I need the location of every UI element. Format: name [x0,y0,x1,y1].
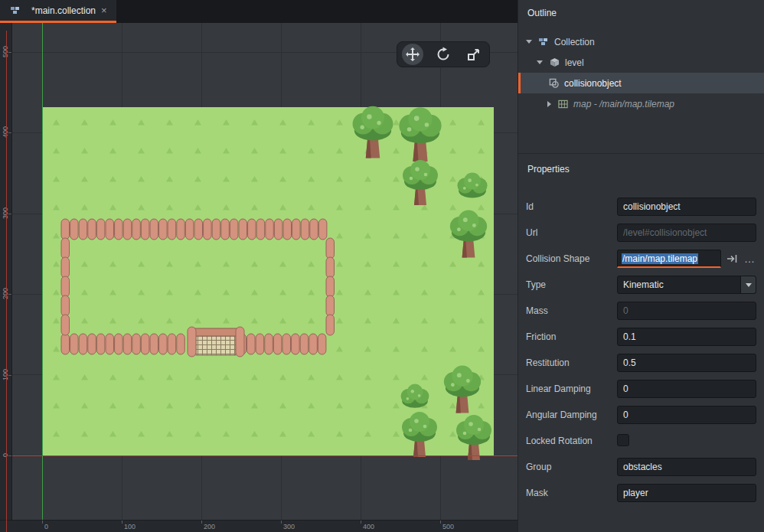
friction-input[interactable] [617,328,756,346]
property-row-friction: Friction [518,324,764,350]
collision-shape-input[interactable]: /main/map.tilemap [617,250,721,268]
properties-panel: Properties Id Url Collision Shape /main/… [518,153,764,532]
collection-icon [537,37,550,47]
property-row-collision-shape: Collision Shape /main/map.tilemap … [518,246,764,272]
outline-tree: Collection level collisionobject [518,31,764,114]
selected-text: /main/map.tilemap [622,253,698,264]
properties-form: Id Url Collision Shape /main/map.tilemap [518,194,764,506]
scene-canvas[interactable] [0,23,517,532]
property-label: Group [526,462,617,472]
property-label: Angular Damping [526,410,617,420]
open-resource-icon [726,254,737,263]
property-label: Type [526,279,617,290]
camera-bound-line [6,31,7,532]
angular-damping-input[interactable] [617,406,756,424]
tab-main-collection[interactable]: *main.collection × [0,0,116,23]
fence-gate[interactable] [188,327,244,357]
outline-item-level[interactable]: level [518,52,764,73]
properties-title: Properties [518,154,764,175]
group-input[interactable] [617,458,756,476]
property-row-restitution: Restitution [518,350,764,376]
property-row-type: Type Kinematic [518,272,764,298]
outline-item-collisionobject[interactable]: collisionobject [518,73,764,93]
rotate-tool-button[interactable] [433,44,454,65]
tilemap-icon [557,99,569,109]
property-row-mask: Mask [518,480,764,506]
caret-down-icon[interactable] [537,60,543,64]
chevron-down-icon[interactable] [740,276,756,293]
ruler-horizontal: 0100200300400500 [0,520,517,532]
outline-item-label: Collection [554,37,595,47]
linear-damping-input[interactable] [617,380,756,398]
collision-object-icon [547,78,560,89]
rotate-icon [436,47,451,62]
scale-icon [466,47,482,62]
caret-right-icon[interactable] [547,101,551,107]
property-label: Friction [526,331,617,342]
outline-item-map-tilemap[interactable]: map - /main/map.tilemap [518,93,764,114]
property-row-linear-damping: Linear Damping [518,376,764,402]
property-label: Linear Damping [526,383,617,394]
outline-item-label: level [565,57,584,68]
open-resource-button[interactable] [725,252,739,266]
property-label: Locked Rotation [526,436,617,446]
property-label: Mass [526,305,617,316]
property-row-id: Id [518,194,764,220]
id-input[interactable] [617,197,756,216]
outline-title: Outline [518,0,764,18]
browse-resource-button[interactable]: … [743,252,756,266]
property-label: Mask [526,488,617,498]
property-row-group: Group [518,454,764,480]
editor-left-area: *main.collection × [0,0,517,532]
viewport-toolbar [397,41,490,67]
property-row-angular-damping: Angular Damping [518,402,764,428]
type-select[interactable]: Kinematic [617,276,756,294]
scene-viewport[interactable]: 5004003002001000 0100200300400500 [0,23,517,532]
move-tool-button[interactable] [402,44,423,65]
restitution-input[interactable] [617,354,756,372]
tab-label: *main.collection [31,5,96,16]
scale-tool-button[interactable] [463,44,485,65]
outline-panel: Outline Collection level [518,0,764,153]
outline-item-label: collisionobject [564,78,622,89]
mask-input[interactable] [617,484,756,502]
property-label: Restitution [526,357,617,368]
url-input [617,224,756,242]
right-panel: Outline Collection level [517,0,764,532]
property-label: Id [526,201,617,212]
defold-editor-window: *main.collection × [0,0,764,532]
property-label: Url [526,227,617,238]
tab-bar: *main.collection × [0,0,517,23]
outline-item-label: map - /main/map.tilemap [573,99,674,109]
property-label: Collision Shape [526,253,617,264]
type-select-value: Kinematic [618,279,669,290]
property-row-url: Url [518,220,764,246]
game-object-icon [548,57,560,68]
property-row-locked-rotation: Locked Rotation [518,428,764,454]
property-row-mass: Mass [518,298,764,324]
outline-item-collection[interactable]: Collection [518,31,764,52]
locked-rotation-checkbox[interactable] [617,434,629,446]
move-icon [405,47,420,62]
caret-down-icon[interactable] [526,40,532,44]
mass-input [617,302,756,320]
close-icon[interactable]: × [101,5,107,15]
collection-icon [9,5,21,16]
